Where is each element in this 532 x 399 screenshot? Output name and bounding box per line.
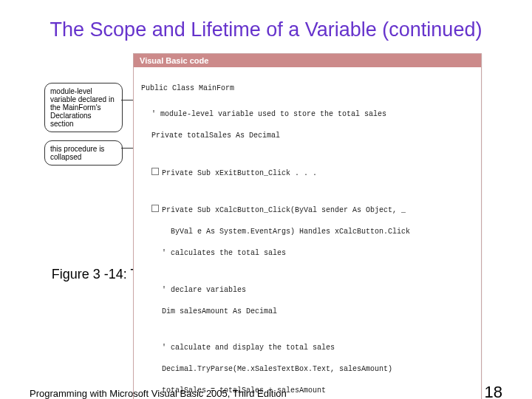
code-line: ' calculates the total sales [141, 248, 474, 259]
callout-collapsed: this procedure is collapsed [44, 140, 123, 166]
footer-text: Programming with Microsoft Visual Basic … [30, 388, 287, 399]
code-line: Dim salesAmount As Decimal [141, 307, 474, 318]
slide-title: The Scope and Lifetime of a Variable (co… [30, 18, 502, 43]
code-line-expanded: Private Sub xCalcButton_Click(ByVal send… [141, 205, 474, 216]
page-number: 18 [485, 383, 502, 399]
code-header: Visual Basic code [134, 54, 481, 67]
code-body: Public Class MainForm ' module-level var… [134, 67, 481, 399]
code-line: ' module-level variable used to store th… [141, 109, 474, 120]
code-line: Decimal.TryParse(Me.xSalesTextBox.Text, … [141, 364, 474, 375]
expand-icon [151, 168, 159, 175]
code-line-collapsed: Private Sub xExitButton_Click . . . [141, 168, 474, 180]
code-line: Public Class MainForm [141, 84, 234, 92]
callout-module-level: module-level variable declared in the Ma… [44, 83, 123, 132]
code-text: Private Sub xCalcButton_Click(ByVal send… [162, 206, 406, 214]
code-line: ' declare variables [141, 285, 474, 296]
slide: The Scope and Lifetime of a Variable (co… [0, 18, 532, 399]
code-line: Private totalSales As Decimal [141, 131, 474, 142]
code-line: ByVal e As System.EventArgs) Handles xCa… [141, 227, 474, 238]
collapse-icon [151, 205, 159, 212]
code-text: Private Sub xExitButton_Click . . . [162, 169, 317, 177]
figure-inner: module-level variable declared in the Ma… [44, 53, 488, 253]
code-line: ' calculate and display the total sales [141, 343, 474, 354]
figure: module-level variable declared in the Ma… [44, 53, 488, 253]
code-box: Visual Basic code Public Class MainForm … [133, 53, 482, 399]
